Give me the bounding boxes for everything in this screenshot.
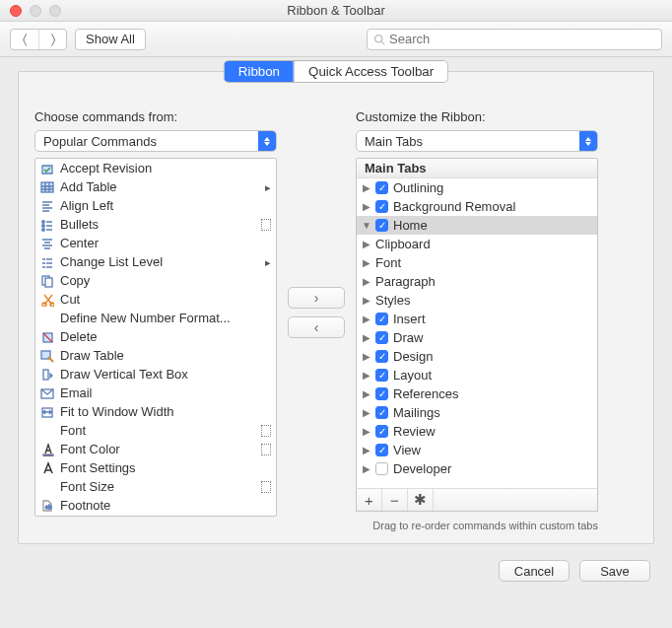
svg-point-0: [375, 35, 383, 42]
add-tab-button[interactable]: +: [357, 489, 382, 511]
back-button[interactable]: 〈: [11, 30, 38, 49]
ribbon-tree[interactable]: Main Tabs ▶Outlining▶Background Removal▼…: [356, 158, 598, 489]
command-item[interactable]: Delete: [35, 327, 276, 346]
blank-icon: [39, 311, 55, 326]
tree-checkbox[interactable]: [375, 200, 388, 213]
vtextbox-icon: [39, 367, 55, 383]
tree-node[interactable]: ▶Clipboard: [357, 235, 597, 253]
tree-node[interactable]: ▶Mailings: [357, 403, 597, 422]
command-item[interactable]: Bullets: [35, 215, 276, 234]
tree-node[interactable]: ▶View: [357, 441, 597, 459]
command-item[interactable]: Define New Number Format...: [35, 309, 276, 327]
commands-listbox[interactable]: Accept RevisionAdd TableAlign LeftBullet…: [34, 158, 277, 517]
command-item[interactable]: Font Size: [35, 477, 276, 496]
command-item[interactable]: Copy: [35, 271, 276, 290]
tree-node[interactable]: ▶Developer: [357, 459, 597, 478]
bullets-icon: [39, 217, 55, 233]
remove-command-button[interactable]: ‹: [288, 316, 345, 338]
command-item[interactable]: Fit to Window Width: [35, 402, 276, 421]
disclosure-closed-icon[interactable]: ▶: [361, 370, 372, 381]
tree-checkbox[interactable]: [375, 462, 388, 475]
disclosure-closed-icon[interactable]: ▶: [361, 445, 372, 455]
tree-node[interactable]: ▶References: [357, 384, 597, 403]
tree-node[interactable]: ▶Styles: [357, 291, 597, 310]
settings-button[interactable]: ✱: [408, 489, 434, 511]
svg-rect-11: [43, 370, 48, 380]
fontcolor-icon: [39, 442, 55, 457]
fit-icon: [39, 404, 55, 420]
tree-checkbox[interactable]: [375, 181, 388, 194]
tree-node[interactable]: ▶Design: [357, 347, 597, 366]
search-input[interactable]: [389, 32, 655, 46]
show-all-button[interactable]: Show All: [75, 29, 146, 50]
disclosure-closed-icon[interactable]: ▶: [361, 295, 372, 306]
command-item[interactable]: abFootnote: [35, 496, 276, 515]
tree-checkbox[interactable]: [375, 313, 388, 325]
mode-tabs: Ribbon Quick Access Toolbar: [224, 60, 448, 83]
tree-checkbox[interactable]: [375, 219, 388, 232]
save-button[interactable]: Save: [579, 560, 650, 582]
tree-node-label: References: [393, 386, 458, 401]
command-item-label: Font Color: [60, 442, 256, 456]
command-item[interactable]: Font Settings: [35, 458, 276, 477]
search-field[interactable]: [367, 29, 662, 50]
disclosure-closed-icon[interactable]: ▶: [361, 201, 372, 212]
tab-quick-access[interactable]: Quick Access Toolbar: [294, 61, 447, 82]
disclosure-closed-icon[interactable]: ▶: [361, 407, 372, 418]
command-item[interactable]: Center: [35, 234, 276, 252]
tree-checkbox[interactable]: [375, 406, 388, 419]
menu-indicator-icon: [261, 219, 271, 231]
tree-node[interactable]: ▶Outlining: [357, 178, 597, 197]
tree-checkbox[interactable]: [375, 369, 388, 382]
close-icon[interactable]: [10, 5, 22, 17]
command-item[interactable]: Font Color: [35, 440, 276, 458]
tree-node-label: Styles: [375, 293, 410, 308]
command-item[interactable]: Change List Level: [35, 252, 276, 271]
remove-tab-button[interactable]: −: [382, 489, 408, 511]
tree-node[interactable]: ▶Insert: [357, 310, 597, 328]
choose-commands-combo[interactable]: Popular Commands: [34, 130, 277, 152]
command-item-label: Draw Table: [60, 348, 271, 363]
disclosure-closed-icon[interactable]: ▶: [361, 239, 372, 249]
command-item[interactable]: Font: [35, 421, 276, 440]
tree-node[interactable]: ▶Font: [357, 253, 597, 272]
command-item[interactable]: Draw Table: [35, 346, 276, 365]
tree-node[interactable]: ▶Background Removal: [357, 197, 597, 216]
command-item[interactable]: Align Left: [35, 196, 276, 215]
tree-node-label: Layout: [393, 368, 432, 383]
tree-node[interactable]: ▶Paragraph: [357, 272, 597, 291]
tree-node[interactable]: ▶Layout: [357, 366, 597, 384]
add-command-button[interactable]: ›: [288, 287, 345, 309]
disclosure-closed-icon[interactable]: ▶: [361, 257, 372, 268]
command-item[interactable]: Cut: [35, 290, 276, 309]
disclosure-closed-icon[interactable]: ▶: [361, 276, 372, 287]
command-item[interactable]: Accept Revision: [35, 159, 276, 177]
disclosure-closed-icon[interactable]: ▶: [361, 351, 372, 362]
disclosure-open-icon[interactable]: ▼: [361, 220, 372, 231]
cancel-button[interactable]: Cancel: [499, 560, 570, 582]
disclosure-closed-icon[interactable]: ▶: [361, 332, 372, 343]
tree-node[interactable]: ▶Review: [357, 422, 597, 441]
disclosure-closed-icon[interactable]: ▶: [361, 182, 372, 193]
tree-checkbox[interactable]: [375, 425, 388, 438]
menu-indicator-icon: [261, 425, 271, 437]
disclosure-closed-icon[interactable]: ▶: [361, 314, 372, 324]
tree-checkbox[interactable]: [375, 350, 388, 363]
tree-checkbox[interactable]: [375, 444, 388, 456]
tree-checkbox[interactable]: [375, 331, 388, 344]
disclosure-closed-icon[interactable]: ▶: [361, 463, 372, 474]
disclosure-closed-icon[interactable]: ▶: [361, 426, 372, 437]
command-item[interactable]: Email: [35, 384, 276, 402]
tree-node[interactable]: ▶Draw: [357, 328, 597, 347]
tree-node-label: Font: [375, 255, 401, 270]
command-item-label: Font Size: [60, 479, 256, 494]
command-item[interactable]: Draw Vertical Text Box: [35, 365, 276, 384]
forward-button[interactable]: 〉: [38, 30, 66, 49]
customize-ribbon-combo[interactable]: Main Tabs: [356, 130, 598, 152]
tab-ribbon[interactable]: Ribbon: [225, 61, 294, 82]
disclosure-closed-icon[interactable]: ▶: [361, 388, 372, 399]
tree-checkbox[interactable]: [375, 387, 388, 400]
svg-text:ab: ab: [45, 504, 52, 510]
tree-node[interactable]: ▼Home: [357, 216, 597, 235]
command-item[interactable]: Add Table: [35, 177, 276, 196]
